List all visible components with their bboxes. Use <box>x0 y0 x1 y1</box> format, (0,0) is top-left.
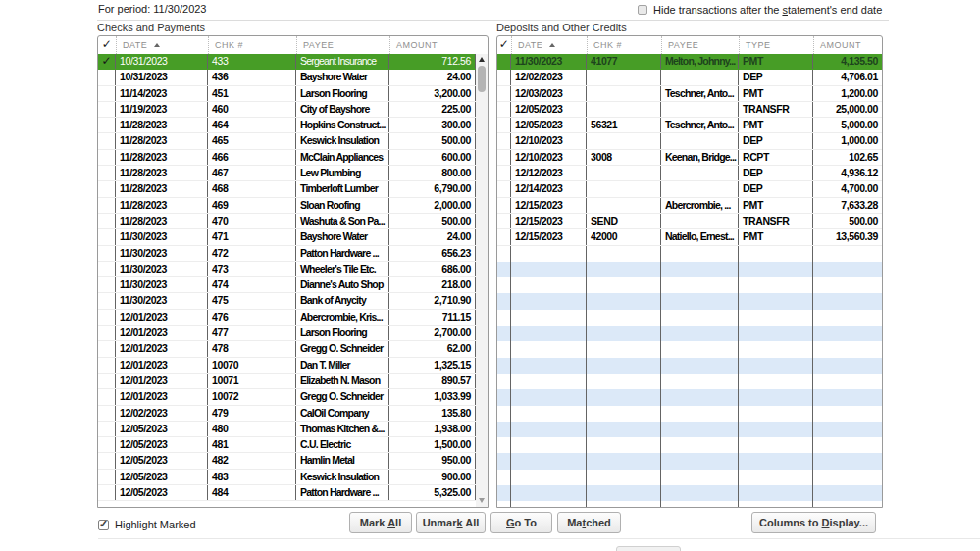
table-row[interactable]: 12/01/2023476Abercrombie, Kris...711.15 <box>98 310 476 326</box>
table-row[interactable]: 12/02/2023DEP4,706.01 <box>497 70 882 85</box>
checks-table-header: ✓ DATE CHK # PAYEE AMOUNT <box>98 36 488 54</box>
highlight-marked-checkbox[interactable]: Highlight Marked <box>98 519 196 530</box>
table-row[interactable]: 12/01/2023477Larson Flooring2,700.00 <box>98 326 476 341</box>
table-row[interactable]: 12/14/2023DEP4,700.00 <box>497 181 882 197</box>
table-row[interactable]: 11/14/2023451Larson Flooring3,200.00 <box>98 86 476 102</box>
table-row[interactable]: 12/10/2023DEP1,000.00 <box>497 133 882 149</box>
table-row[interactable]: 11/28/2023470Washuta & Son Pa...500.00 <box>98 214 476 229</box>
table-row[interactable]: ✓10/31/2023433Sergeant Insurance712.56 <box>98 54 476 70</box>
partial-bottom-button[interactable] <box>616 546 681 551</box>
row-check-cell <box>497 262 511 277</box>
go-to-button[interactable]: Go To <box>490 512 552 533</box>
cell-chk <box>587 293 661 309</box>
table-row[interactable]: 12/02/2023479CalOil Company135.80 <box>98 406 476 422</box>
row-check-cell <box>497 229 511 244</box>
table-row[interactable]: 11/28/2023468Timberloft Lumber6,790.00 <box>98 181 476 197</box>
column-header-check[interactable]: ✓ <box>497 36 511 54</box>
table-row[interactable]: 12/01/2023478Gregg O. Schneider62.00 <box>98 341 476 357</box>
unmark-all-button[interactable]: Unmark All <box>416 512 486 533</box>
table-row[interactable]: 11/28/2023466McClain Appliances600.00 <box>98 150 476 166</box>
cell-payee: Gregg O. Schneider <box>296 389 389 404</box>
cell-payee: Bayshore Water <box>296 229 389 244</box>
checkbox-checked-box[interactable] <box>98 520 109 530</box>
reconcile-window: For period: 11/30/2023 Hide transactions… <box>0 0 980 551</box>
cell-payee: Sloan Roofing <box>296 198 389 213</box>
row-check-cell <box>497 326 511 341</box>
row-check-cell <box>497 293 511 309</box>
cell-chk: 460 <box>208 102 296 117</box>
bottom-separator <box>98 538 980 539</box>
table-row[interactable]: 11/30/2023475Bank of Anycity2,710.90 <box>98 293 476 309</box>
table-row[interactable]: 11/30/2023471Bayshore Water24.00 <box>98 229 476 245</box>
cell-payee: Abercrombie, Kris... <box>296 310 389 325</box>
cell-payee <box>661 277 739 293</box>
column-header-type[interactable]: TYPE <box>739 36 813 54</box>
column-header-check[interactable]: ✓ <box>98 36 116 54</box>
table-row[interactable]: 12/01/202310071Elizabeth N. Mason890.57 <box>98 374 476 389</box>
column-header-date[interactable]: DATE <box>511 36 587 54</box>
cell-date: 12/05/2023 <box>511 102 587 117</box>
cell-date: 11/19/2023 <box>116 102 208 117</box>
table-row[interactable]: 11/19/2023460City of Bayshore225.00 <box>98 102 476 118</box>
column-header-date[interactable]: DATE <box>116 36 208 54</box>
table-row[interactable]: 11/30/2023474Dianne's Auto Shop218.00 <box>98 277 476 293</box>
table-row[interactable]: 11/28/2023464Hopkins Construct...300.00 <box>98 118 476 133</box>
table-row[interactable]: 12/05/202356321Teschner, Anto...PMT5,000… <box>497 118 882 133</box>
column-header-payee[interactable]: PAYEE <box>661 36 739 54</box>
cell-type: PMT <box>739 229 813 244</box>
empty-row <box>497 277 882 293</box>
table-row[interactable]: 12/10/20233008Keenan, Bridge...RCPT102.6… <box>497 150 882 166</box>
table-row[interactable]: 11/28/2023467Lew Plumbing800.00 <box>98 166 476 181</box>
vertical-scrollbar[interactable] <box>476 54 488 507</box>
row-check-cell <box>497 437 511 453</box>
columns-to-display-button[interactable]: Columns to Display... <box>751 512 876 533</box>
table-row[interactable]: 11/30/2023472Patton Hardware ...656.23 <box>98 246 476 262</box>
scroll-down-icon[interactable] <box>476 494 488 506</box>
cell-type <box>739 341 813 357</box>
checkbox-box[interactable] <box>638 5 647 15</box>
cell-date <box>511 341 587 357</box>
cell-payee: Sergeant Insurance <box>296 54 389 69</box>
cell-date <box>511 358 587 374</box>
row-check-cell <box>497 102 511 117</box>
row-check-cell <box>497 198 511 213</box>
table-row[interactable]: 12/05/2023483Keswick Insulation900.00 <box>98 470 476 485</box>
table-row[interactable]: 12/05/2023481C.U. Electric1,500.00 <box>98 437 476 453</box>
cell-chk: 466 <box>208 150 296 165</box>
column-header-chk[interactable]: CHK # <box>208 36 296 54</box>
column-header-payee[interactable]: PAYEE <box>296 36 389 54</box>
cell-amount: 25,000.00 <box>813 102 882 117</box>
table-row[interactable]: 12/15/2023Abercrombie, ...PMT7,633.28 <box>497 198 882 214</box>
table-row[interactable]: 12/12/2023DEP4,936.12 <box>497 166 882 181</box>
mark-all-button[interactable]: Mark All <box>349 512 412 533</box>
table-row[interactable]: 12/05/2023482Hamlin Metal950.00 <box>98 453 476 469</box>
cell-chk: 451 <box>208 86 296 101</box>
scrollbar-thumb[interactable] <box>478 66 486 92</box>
table-row[interactable]: 12/05/2023TRANSFR25,000.00 <box>497 102 882 118</box>
column-header-chk[interactable]: CHK # <box>587 36 661 54</box>
table-row[interactable]: 11/30/202341077Melton, Johnny...PMT4,135… <box>497 54 882 70</box>
table-row[interactable]: 12/05/2023480Thomas Kitchen &...1,938.00 <box>98 422 476 437</box>
column-header-amount[interactable]: AMOUNT <box>813 36 882 54</box>
cell-chk <box>587 181 661 196</box>
checks-panel-title: Checks and Payments <box>97 22 205 33</box>
cell-payee <box>661 501 739 507</box>
table-row[interactable]: 12/03/2023Teschner, Anto...PMT1,200.00 <box>497 86 882 102</box>
table-row[interactable]: 11/30/2023473Wheeler's Tile Etc.686.00 <box>98 262 476 277</box>
scroll-up-icon[interactable] <box>476 54 488 66</box>
table-row[interactable]: 10/31/2023436Bayshore Water24.00 <box>98 70 476 85</box>
matched-button[interactable]: Matched <box>557 512 621 533</box>
table-row[interactable]: 12/01/202310070Dan T. Miller1,325.15 <box>98 358 476 374</box>
table-row[interactable]: 12/01/202310072Gregg O. Schneider1,033.9… <box>98 389 476 405</box>
cell-chk: 479 <box>208 406 296 421</box>
cell-type <box>739 326 813 341</box>
hide-transactions-checkbox[interactable]: Hide transactions after the statement's … <box>638 4 882 16</box>
cell-amount: 1,000.00 <box>813 133 882 148</box>
table-row[interactable]: 11/28/2023465Keswick Insulation500.00 <box>98 133 476 149</box>
table-row[interactable]: 11/28/2023469Sloan Roofing2,000.00 <box>98 198 476 214</box>
column-header-amount[interactable]: AMOUNT <box>389 36 488 54</box>
table-row[interactable]: 12/15/202342000Natiello, Ernest...PMT13,… <box>497 229 882 245</box>
highlight-marked-label: Highlight Marked <box>115 519 196 530</box>
table-row[interactable]: 12/05/2023484Patton Hardware ...5,325.00 <box>98 485 476 501</box>
table-row[interactable]: 12/15/2023SENDTRANSFR500.00 <box>497 214 882 229</box>
